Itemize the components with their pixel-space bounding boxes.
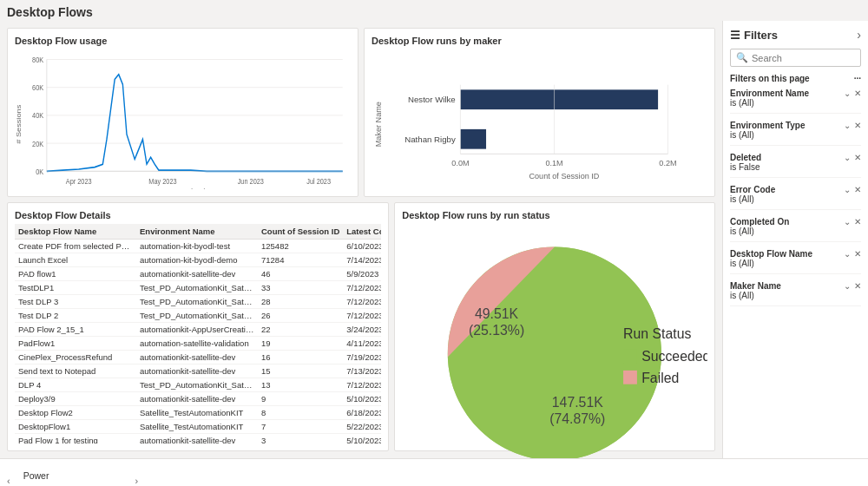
table-cell: Launch Excel <box>15 253 136 267</box>
maker-chart-title: Desktop Flow runs by maker <box>372 36 707 46</box>
table-cell: Test_PD_AutomationKit_Satellite <box>136 378 258 392</box>
filter-name: Error Code <box>730 185 775 194</box>
filter-item[interactable]: Environment Name ⌄ ✕ is (All) <box>730 89 861 114</box>
filter-item-header: Deleted ⌄ ✕ <box>730 153 861 162</box>
table-cell: Test_PD_AutomationKit_Satellite <box>136 281 258 295</box>
filter-clear-icon[interactable]: ✕ <box>854 121 861 130</box>
details-table-container[interactable]: Desktop Flow Name Environment Name Count… <box>15 224 381 443</box>
filter-actions: ⌄ ✕ <box>844 185 861 194</box>
filters-search-input[interactable] <box>752 53 855 63</box>
tab-nav-forward[interactable]: › <box>131 476 141 486</box>
filter-clear-icon[interactable]: ✕ <box>854 89 861 98</box>
svg-text:Failed: Failed <box>641 371 679 385</box>
table-cell: 7/12/2023 4:32:05 AM <box>343 295 381 309</box>
svg-rect-38 <box>623 371 637 384</box>
table-cell: automationkit-AppUserCreation <box>136 323 258 337</box>
filter-expand-icon[interactable]: ⌄ <box>844 217 851 227</box>
pie-chart-area: 147.51K (74.87%) 49.51K (25.13%) Run Sta… <box>402 224 707 458</box>
table-cell: automationkit-satellite-dev <box>136 434 258 444</box>
table-cell: 33 <box>258 281 343 295</box>
svg-text:147.51K: 147.51K <box>552 395 603 410</box>
table-cell: 16 <box>258 351 343 364</box>
tab-nav-back[interactable]: ‹ <box>3 476 14 486</box>
svg-text:0.1M: 0.1M <box>545 159 562 167</box>
svg-text:Completed On: Completed On <box>174 187 216 189</box>
svg-text:0.2M: 0.2M <box>659 159 676 167</box>
table-row: Deploy3/9automationkit-satellite-dev95/1… <box>15 392 381 406</box>
svg-text:49.51K: 49.51K <box>475 306 519 321</box>
tab-power[interactable]: Power <box>14 463 132 486</box>
filter-expand-icon[interactable]: ⌄ <box>844 249 851 259</box>
svg-text:May 2023: May 2023 <box>148 176 177 186</box>
table-cell: 7/12/2023 4:31:16 AM <box>343 378 381 392</box>
filter-item-header: Completed On ⌄ ✕ <box>730 217 861 227</box>
table-cell: 5/10/2023 5:58:05 AM <box>343 392 381 406</box>
table-cell: 7 <box>258 420 343 434</box>
filter-expand-icon[interactable]: ⌄ <box>844 121 851 130</box>
table-cell: 8 <box>258 406 343 420</box>
maker-chart-svg: Maker Name Nestor Wilke Nathan Rigby 0.0… <box>372 53 707 186</box>
filter-item[interactable]: Desktop Flow Name ⌄ ✕ is (All) <box>730 249 861 274</box>
page-title: Desktop Flows <box>0 0 868 21</box>
svg-text:40K: 40K <box>32 111 43 121</box>
table-cell: 13 <box>258 378 343 392</box>
filter-expand-icon[interactable]: ⌄ <box>844 89 851 98</box>
filter-clear-icon[interactable]: ✕ <box>854 281 861 291</box>
filter-item[interactable]: Maker Name ⌄ ✕ is (All) <box>730 281 861 306</box>
usage-chart-area: 80K 60K 40K 20K 0K # Sessions Apr 2023 M… <box>15 49 351 189</box>
filters-close-button[interactable]: › <box>857 28 861 42</box>
svg-text:Apr 2023: Apr 2023 <box>66 176 92 186</box>
table-cell: DesktopFlow1 <box>15 420 136 434</box>
pie-chart-svg: 147.51K (74.87%) 49.51K (25.13%) Run Sta… <box>402 224 707 458</box>
maker-chart-area: Maker Name Nestor Wilke Nathan Rigby 0.0… <box>372 49 707 189</box>
table-cell: Test_PD_AutomationKit_Satellite <box>136 295 258 309</box>
table-row: PAD flow1automationkit-satellite-dev465/… <box>15 267 381 281</box>
filter-item[interactable]: Error Code ⌄ ✕ is (All) <box>730 185 861 210</box>
table-cell: Test_PD_AutomationKit_Satellite <box>136 309 258 323</box>
svg-text:60K: 60K <box>32 82 43 92</box>
table-cell: 19 <box>258 337 343 351</box>
usage-chart-title: Desktop Flow usage <box>15 36 351 46</box>
filter-clear-icon[interactable]: ✕ <box>854 249 861 259</box>
filter-clear-icon[interactable]: ✕ <box>854 185 861 194</box>
filter-expand-icon[interactable]: ⌄ <box>844 153 851 162</box>
table-row: Launch Excelautomation-kit-byodl-demo712… <box>15 253 381 267</box>
filter-item[interactable]: Completed On ⌄ ✕ is (All) <box>730 217 861 242</box>
table-cell: automationkit-satellite-dev <box>136 351 258 364</box>
filter-value: is (All) <box>730 291 861 300</box>
tabs-container: Business Process FlowsApp Deep DiveFlow … <box>14 458 132 486</box>
filter-item[interactable]: Environment Type ⌄ ✕ is (All) <box>730 121 861 146</box>
table-cell: 5/10/2023 12:10:50 PM <box>343 434 381 444</box>
filter-actions: ⌄ ✕ <box>844 153 861 162</box>
svg-rect-36 <box>623 349 637 363</box>
table-cell: Test DLP 3 <box>15 295 136 309</box>
svg-text:80K: 80K <box>32 55 43 64</box>
table-row: DLP 4Test_PD_AutomationKit_Satellite137/… <box>15 378 381 392</box>
filter-value: is (All) <box>730 130 861 140</box>
table-row: Send text to Notepadautomationkit-satell… <box>15 364 381 378</box>
table-body: Create PDF from selected PDF page(s) - C… <box>15 240 381 444</box>
table-cell: 9 <box>258 392 343 406</box>
filter-clear-icon[interactable]: ✕ <box>854 217 861 227</box>
table-row: Pad Flow 1 for testingautomationkit-sate… <box>15 434 381 444</box>
svg-text:Count of Session ID: Count of Session ID <box>529 172 600 181</box>
svg-text:0.0M: 0.0M <box>451 159 469 167</box>
filter-item-header: Environment Name ⌄ ✕ <box>730 89 861 98</box>
table-cell: PadFlow1 <box>15 337 136 351</box>
details-card: Desktop Flow Details Desktop Flow Name E… <box>7 202 389 451</box>
filter-item-header: Maker Name ⌄ ✕ <box>730 281 861 291</box>
filters-search-box[interactable]: 🔍 <box>730 49 861 67</box>
table-row: Create PDF from selected PDF page(s) - C… <box>15 240 381 253</box>
search-icon: 🔍 <box>736 52 748 63</box>
filter-name: Desktop Flow Name <box>730 249 812 259</box>
table-cell: Satellite_TestAutomationKIT <box>136 420 258 434</box>
col-env-name: Environment Name <box>136 224 258 240</box>
filter-expand-icon[interactable]: ⌄ <box>844 185 851 194</box>
filter-expand-icon[interactable]: ⌄ <box>844 281 851 291</box>
filter-item[interactable]: Deleted ⌄ ✕ is False <box>730 153 861 178</box>
filter-name: Deleted <box>730 153 761 162</box>
filter-clear-icon[interactable]: ✕ <box>854 153 861 162</box>
usage-chart-card: Desktop Flow usage 80K 60K 40K 20K <box>7 28 358 197</box>
svg-rect-20 <box>460 89 658 109</box>
svg-text:Nestor Wilke: Nestor Wilke <box>408 95 456 104</box>
